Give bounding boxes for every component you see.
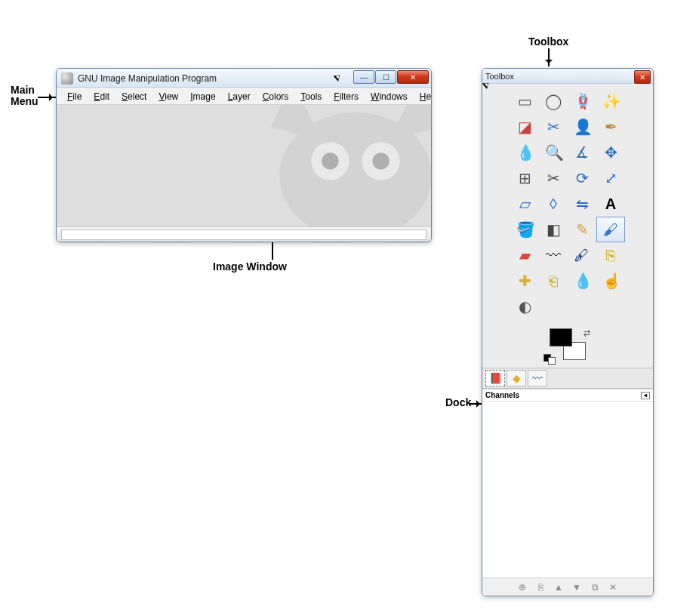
blend-tool[interactable]: ◧	[539, 217, 568, 242]
image-window-titlebar[interactable]: GNU Image Manipulation Program — ☐ ✕	[57, 69, 431, 88]
foreground-color-swatch[interactable]	[550, 328, 572, 346]
flip-tool-icon: ⇋	[574, 196, 590, 212]
eraser-tool-icon: ▰	[516, 247, 533, 263]
dock-button-2[interactable]: ▲	[552, 581, 565, 593]
blur-tool[interactable]: 💧	[568, 268, 596, 294]
scissors-tool-icon: ✂	[545, 119, 562, 135]
menu-select[interactable]: Select	[115, 89, 152, 104]
main-menu-bar: FileEditSelectViewImageLayerColorsToolsF…	[57, 88, 431, 105]
rotate-tool[interactable]: ⟳	[568, 165, 596, 191]
menu-edit[interactable]: Edit	[88, 89, 115, 104]
text-tool-icon: A	[602, 196, 619, 212]
paths-tool[interactable]: ✒	[596, 114, 625, 140]
blend-tool-icon: ◧	[545, 221, 562, 238]
measure-tool[interactable]: ∡	[568, 140, 596, 165]
wilber-watermark-icon	[250, 105, 431, 226]
canvas-area[interactable]	[57, 105, 431, 226]
heal-tool-icon: ✚	[516, 273, 533, 289]
annotation-toolbox: Toolbox	[528, 36, 568, 48]
color-picker-tool-icon: 💧	[516, 144, 533, 161]
dodge-burn-tool[interactable]: ◐	[510, 294, 539, 319]
ellipse-select-tool[interactable]: ◯	[539, 88, 568, 114]
pencil-tool-icon: ✎	[574, 221, 590, 238]
scale-tool-icon: ⤢	[602, 170, 619, 186]
scissors-tool[interactable]: ✂	[539, 114, 568, 140]
swap-colors-icon[interactable]: ⇄	[584, 328, 590, 338]
arrow-main-menu	[38, 97, 56, 98]
bucket-fill-tool-icon: 🪣	[516, 221, 533, 238]
dock-tabs: 📕◆〰	[482, 368, 653, 389]
foreground-select-tool-icon: 👤	[574, 119, 590, 135]
color-picker-tool[interactable]: 💧	[510, 140, 539, 165]
perspective-clone-tool[interactable]: ⎗	[539, 268, 568, 294]
shear-tool[interactable]: ▱	[510, 191, 539, 217]
text-tool[interactable]: A	[596, 191, 625, 217]
perspective-tool[interactable]: ◊	[539, 191, 568, 217]
menu-help[interactable]: Help	[414, 89, 432, 104]
dock-button-1[interactable]: ⎘	[534, 581, 547, 593]
menu-file[interactable]: File	[61, 89, 88, 104]
cursor-icon	[334, 72, 343, 82]
smudge-tool[interactable]: ☝	[596, 268, 625, 294]
dock-panel-content[interactable]	[482, 402, 653, 578]
paintbrush-tool[interactable]: 🖌	[596, 217, 625, 242]
airbrush-tool-icon: 〰	[545, 247, 562, 263]
toolbox-window: Toolbox ✕ ▭◯🪢✨◪✂👤✒💧🔍∡✥⊞✂⟳⤢▱◊⇋A🪣◧✎🖌▰〰🖋⎘✚⎗…	[482, 68, 654, 596]
minimize-button[interactable]: —	[353, 70, 374, 84]
zoom-tool-icon: 🔍	[545, 144, 562, 161]
menu-filters[interactable]: Filters	[328, 89, 365, 104]
toolbox-close-button[interactable]: ✕	[634, 70, 651, 84]
zoom-tool[interactable]: 🔍	[539, 140, 568, 165]
dock-panel: Channels ◂ ⊕⎘▲▼⧉✕	[482, 389, 653, 596]
dock-button-3[interactable]: ▼	[570, 581, 584, 593]
heal-tool[interactable]: ✚	[510, 268, 539, 294]
arrow-toolbox	[548, 48, 550, 66]
dock-button-4[interactable]: ⧉	[588, 581, 602, 593]
annotation-main-menu: Main Menu	[11, 85, 38, 108]
dock-panel-buttons: ⊕⎘▲▼⧉✕	[482, 578, 653, 596]
channels-tab[interactable]: ◆	[507, 370, 526, 387]
foreground-select-tool[interactable]: 👤	[568, 114, 596, 140]
fuzzy-select-tool[interactable]: ✨	[596, 88, 625, 114]
move-tool[interactable]: ✥	[596, 140, 625, 165]
menu-tools[interactable]: Tools	[294, 89, 328, 104]
clone-tool[interactable]: ⎘	[596, 242, 625, 268]
tool-grid: ▭◯🪢✨◪✂👤✒💧🔍∡✥⊞✂⟳⤢▱◊⇋A🪣◧✎🖌▰〰🖋⎘✚⎗💧☝◐	[482, 84, 653, 325]
shear-tool-icon: ▱	[516, 196, 533, 212]
align-tool-icon: ⊞	[516, 170, 533, 186]
ink-tool[interactable]: 🖋	[568, 242, 596, 268]
lasso-tool-icon: 🪢	[574, 93, 590, 109]
paths-tool-icon: ✒	[602, 119, 619, 135]
menu-image[interactable]: Image	[184, 89, 221, 104]
menu-windows[interactable]: Windows	[365, 89, 414, 104]
perspective-tool-icon: ◊	[545, 196, 562, 212]
dock-button-0[interactable]: ⊕	[516, 581, 529, 593]
align-tool[interactable]: ⊞	[510, 165, 539, 191]
scale-tool[interactable]: ⤢	[596, 165, 625, 191]
menu-colors[interactable]: Colors	[257, 89, 295, 104]
toolbox-titlebar[interactable]: Toolbox ✕	[482, 69, 653, 84]
panel-menu-icon[interactable]: ◂	[641, 392, 650, 399]
bucket-fill-tool[interactable]: 🪣	[510, 217, 539, 242]
dock-button-5[interactable]: ✕	[606, 581, 620, 593]
close-button[interactable]: ✕	[397, 70, 429, 84]
rect-select-tool[interactable]: ▭	[510, 88, 539, 114]
lasso-tool[interactable]: 🪢	[568, 88, 596, 114]
crop-tool[interactable]: ✂	[539, 165, 568, 191]
maximize-button[interactable]: ☐	[375, 70, 396, 84]
eraser-tool[interactable]: ▰	[510, 242, 539, 268]
fg-bg-color-swatch[interactable]: ⇄	[543, 328, 592, 362]
move-tool-icon: ✥	[602, 144, 619, 161]
layers-tab[interactable]: 📕	[485, 370, 505, 387]
menu-layer[interactable]: Layer	[222, 89, 257, 104]
measure-tool-icon: ∡	[574, 144, 590, 161]
flip-tool[interactable]: ⇋	[568, 191, 596, 217]
airbrush-tool[interactable]: 〰	[539, 242, 568, 268]
annotation-image-window: Image Window	[213, 261, 287, 273]
fuzzy-select-tool-icon: ✨	[602, 93, 619, 109]
default-colors-icon-bg	[548, 357, 556, 365]
menu-view[interactable]: View	[152, 89, 184, 104]
select-by-color-tool[interactable]: ◪	[510, 114, 539, 140]
pencil-tool[interactable]: ✎	[568, 217, 596, 242]
paths-tab[interactable]: 〰	[528, 370, 547, 387]
